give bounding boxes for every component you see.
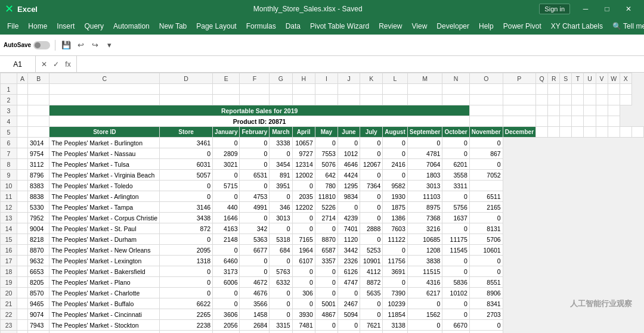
cell-empty[interactable] bbox=[596, 116, 608, 127]
data-cell[interactable]: 1646 bbox=[213, 213, 240, 223]
data-cell[interactable]: 6587 bbox=[315, 245, 338, 256]
data-cell[interactable]: 12002 bbox=[292, 170, 315, 180]
cell-empty[interactable] bbox=[608, 127, 620, 138]
data-cell[interactable] bbox=[17, 234, 28, 245]
data-cell[interactable]: 6332 bbox=[270, 277, 292, 288]
data-cell[interactable]: 0 bbox=[442, 266, 469, 277]
store-name-cell[interactable]: The Peoples' Market - Charlotte bbox=[49, 288, 160, 298]
col-header-n[interactable]: N bbox=[442, 73, 469, 84]
data-cell[interactable]: 0 bbox=[240, 138, 270, 148]
data-cell[interactable]: 5836 bbox=[442, 277, 469, 288]
data-cell[interactable]: 0 bbox=[160, 234, 213, 245]
data-cell[interactable]: 0 bbox=[469, 320, 503, 331]
col-header-u[interactable]: U bbox=[584, 73, 596, 84]
data-cell[interactable]: 1562 bbox=[407, 309, 442, 320]
data-cell[interactable]: 10657 bbox=[292, 138, 315, 148]
data-cell[interactable]: 5001 bbox=[315, 298, 338, 309]
data-cell[interactable]: 2888 bbox=[360, 223, 383, 234]
data-cell[interactable]: 0 bbox=[270, 309, 292, 320]
data-cell[interactable]: 4676 bbox=[240, 288, 270, 298]
data-cell[interactable]: 2238 bbox=[160, 320, 213, 331]
data-cell[interactable] bbox=[442, 84, 469, 95]
data-cell[interactable] bbox=[536, 84, 548, 95]
data-cell[interactable]: 10685 bbox=[407, 234, 442, 245]
data-cell[interactable]: 867 bbox=[469, 148, 503, 159]
cell-empty[interactable] bbox=[584, 105, 596, 116]
data-cell[interactable]: 0 bbox=[360, 331, 383, 334]
data-cell[interactable]: 0 bbox=[360, 234, 383, 245]
data-cell[interactable]: 7064 bbox=[407, 159, 442, 170]
data-cell[interactable]: 4112 bbox=[360, 266, 383, 277]
data-cell[interactable]: 9582 bbox=[383, 180, 407, 191]
data-cell[interactable]: 0 bbox=[315, 288, 338, 298]
data-cell[interactable]: 0 bbox=[160, 288, 213, 298]
data-cell[interactable]: 6670 bbox=[442, 320, 469, 331]
data-cell[interactable] bbox=[442, 95, 469, 105]
data-cell[interactable]: 0 bbox=[292, 277, 315, 288]
store-id-cell[interactable]: 8838 bbox=[28, 191, 49, 202]
col-header-i[interactable]: I bbox=[315, 73, 338, 84]
data-cell[interactable]: 1318 bbox=[160, 256, 213, 266]
data-cell[interactable]: 5226 bbox=[315, 202, 338, 213]
data-cell[interactable]: 0 bbox=[360, 309, 383, 320]
data-cell[interactable] bbox=[407, 95, 442, 105]
store-name-cell[interactable]: The Peoples' Market - Lexington bbox=[49, 256, 160, 266]
store-id-cell[interactable]: 7943 bbox=[28, 320, 49, 331]
store-id-cell[interactable] bbox=[28, 84, 49, 95]
data-cell[interactable]: 1223 bbox=[270, 331, 292, 334]
store-id-cell[interactable]: 8870 bbox=[28, 245, 49, 256]
data-cell[interactable]: 3311 bbox=[442, 180, 469, 191]
data-cell[interactable]: 12144 bbox=[292, 331, 315, 334]
data-cell[interactable]: 4747 bbox=[338, 277, 360, 288]
data-cell[interactable]: 10239 bbox=[383, 298, 407, 309]
data-cell[interactable]: 6031 bbox=[160, 159, 213, 170]
menu-xychartlabels[interactable]: XY Chart Labels bbox=[546, 20, 608, 33]
store-name-cell[interactable]: The Peoples' Market - Durham bbox=[49, 234, 160, 245]
data-cell[interactable]: 7481 bbox=[292, 320, 315, 331]
data-cell[interactable]: 6622 bbox=[160, 298, 213, 309]
data-cell[interactable] bbox=[160, 95, 213, 105]
data-cell[interactable]: 6006 bbox=[213, 277, 240, 288]
data-cell[interactable]: 1803 bbox=[407, 170, 442, 180]
store-id-cell[interactable]: 8570 bbox=[28, 288, 49, 298]
data-cell[interactable]: 8872 bbox=[360, 277, 383, 288]
data-cell[interactable] bbox=[584, 95, 596, 105]
data-cell[interactable]: 891 bbox=[270, 170, 292, 180]
store-id-cell[interactable]: 7954 bbox=[28, 331, 49, 334]
cancel-formula-icon[interactable]: ✕ bbox=[39, 60, 49, 69]
data-cell[interactable]: 3357 bbox=[315, 256, 338, 266]
data-cell[interactable]: 0 bbox=[240, 331, 270, 334]
store-id-cell[interactable]: 7952 bbox=[28, 213, 49, 223]
undo-icon[interactable]: ↩ bbox=[75, 39, 86, 51]
store-id-cell[interactable]: 8383 bbox=[28, 180, 49, 191]
col-header-t[interactable]: T bbox=[572, 73, 584, 84]
store-id-cell[interactable]: 6653 bbox=[28, 266, 49, 277]
data-cell[interactable]: 0 bbox=[469, 256, 503, 266]
data-cell[interactable]: 5057 bbox=[160, 170, 213, 180]
data-cell[interactable]: 0 bbox=[315, 277, 338, 288]
data-cell[interactable]: 0 bbox=[383, 277, 407, 288]
data-cell[interactable]: 10901 bbox=[360, 256, 383, 266]
data-cell[interactable]: 3978 bbox=[160, 331, 213, 334]
data-cell[interactable]: 0 bbox=[292, 266, 315, 277]
data-cell[interactable]: 3146 bbox=[160, 202, 213, 213]
col-header-k[interactable]: K bbox=[360, 73, 383, 84]
data-cell[interactable] bbox=[360, 95, 383, 105]
data-cell[interactable] bbox=[17, 191, 28, 202]
col-header-w[interactable]: W bbox=[608, 73, 620, 84]
cell-empty[interactable] bbox=[584, 116, 596, 127]
store-id-cell[interactable]: 8218 bbox=[28, 234, 49, 245]
data-cell[interactable]: 0 bbox=[213, 138, 240, 148]
data-cell[interactable] bbox=[270, 95, 292, 105]
data-cell[interactable] bbox=[17, 213, 28, 223]
cell-a5[interactable] bbox=[17, 127, 28, 138]
store-name-cell[interactable] bbox=[49, 84, 160, 95]
data-cell[interactable]: 3442 bbox=[338, 245, 360, 256]
data-cell[interactable]: 8870 bbox=[315, 234, 338, 245]
data-cell[interactable]: 0 bbox=[315, 138, 338, 148]
menu-home[interactable]: Home bbox=[23, 20, 52, 33]
data-cell[interactable]: 0 bbox=[442, 256, 469, 266]
data-cell[interactable] bbox=[503, 84, 535, 95]
data-cell[interactable]: 6201 bbox=[442, 159, 469, 170]
data-cell[interactable]: 0 bbox=[469, 331, 503, 334]
